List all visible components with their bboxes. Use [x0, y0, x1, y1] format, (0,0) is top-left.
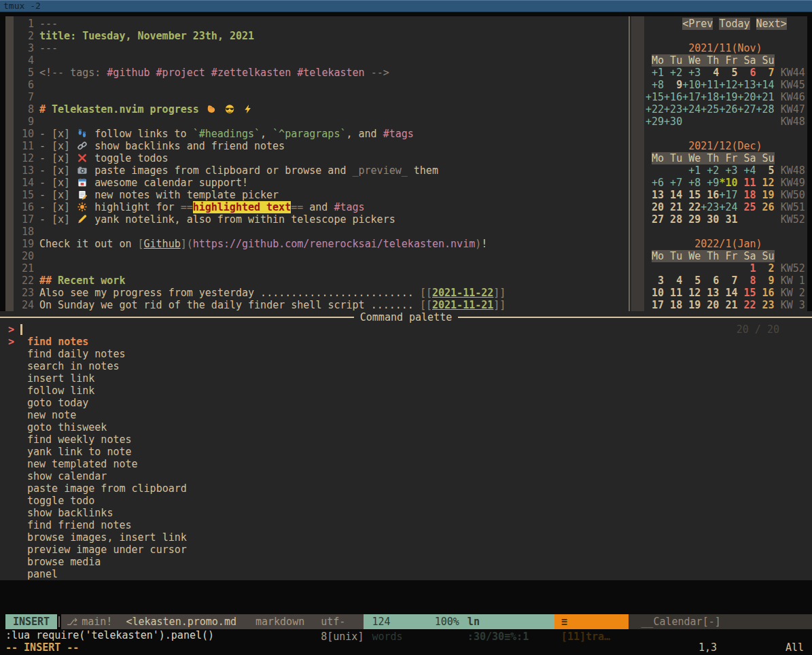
palette-selected-item[interactable]: > find notes	[0, 336, 812, 348]
calendar-day[interactable]: 11	[664, 287, 682, 299]
palette-item[interactable]: preview image under cursor	[0, 544, 812, 556]
palette-item[interactable]: browse images, insert link	[0, 531, 812, 544]
calendar-day[interactable]: +17	[682, 91, 701, 103]
editor-line[interactable]: 3---	[14, 42, 627, 54]
calendar-day[interactable]: +14	[756, 79, 775, 91]
calendar-day[interactable]: +1	[682, 164, 701, 177]
calendar-day[interactable]: 17	[646, 299, 664, 311]
calendar-day[interactable]: +16	[664, 91, 682, 103]
calendar-day[interactable]: +21	[756, 91, 775, 103]
editor-line[interactable]: 8# Telekasten.nvim progress	[14, 103, 627, 116]
editor-scrollbar[interactable]	[5, 16, 14, 311]
calendar-day[interactable]: 28	[664, 213, 682, 226]
palette-item[interactable]: goto thisweek	[0, 421, 812, 433]
calendar-day[interactable]: 21	[719, 299, 737, 311]
editor-line[interactable]: 24On Sunday we got rid of the daily find…	[14, 299, 627, 311]
editor-line[interactable]: 15- [x] new notes with template picker	[14, 189, 627, 201]
calendar-day[interactable]: +23	[701, 201, 719, 213]
calendar-day[interactable]: +30	[664, 116, 682, 128]
palette-item[interactable]: browse media	[0, 556, 812, 568]
editor-line[interactable]: 17- [x] yank notelink, also from within …	[14, 213, 627, 226]
calendar-day[interactable]: +10	[682, 79, 701, 91]
editor-line[interactable]: 21	[14, 262, 627, 275]
calendar-day[interactable]: 29	[682, 213, 701, 226]
palette-item[interactable]: insert link	[0, 372, 812, 385]
palette-item[interactable]: find friend notes	[0, 519, 812, 531]
editor-line[interactable]: 12- [x] toggle todos	[14, 152, 627, 164]
palette-item[interactable]: show calendar	[0, 470, 812, 482]
calendar-day-saturday[interactable]: 15	[737, 287, 756, 299]
calendar-day-sunday[interactable]: 12	[756, 177, 775, 189]
calendar-day[interactable]: 30	[701, 213, 719, 226]
calendar-day[interactable]: 16	[701, 189, 719, 201]
calendar-day[interactable]: +18	[701, 91, 719, 103]
calendar-day[interactable]: 3	[646, 275, 664, 287]
editor-line[interactable]: 22## Recent work	[14, 275, 627, 287]
calendar-day[interactable]: +7	[664, 177, 682, 189]
editor-line[interactable]: 5<!-- tags: #github #project #zettelkast…	[14, 67, 627, 79]
editor-line[interactable]: 9	[14, 116, 627, 128]
calendar-day[interactable]: 7	[719, 275, 737, 287]
tab-indicator[interactable]: ≡ [11]tra…	[554, 614, 629, 629]
editor-line[interactable]: 14- [x] awesome calendar support!	[14, 177, 627, 189]
calendar-day[interactable]: +23	[664, 103, 682, 116]
calendar-day[interactable]: 21	[664, 201, 682, 213]
calendar-day[interactable]: 19	[682, 299, 701, 311]
calendar-day[interactable]: +11	[701, 79, 719, 91]
calendar-day[interactable]: +24	[682, 103, 701, 116]
calendar-day[interactable]: +4	[737, 164, 756, 177]
calendar-day[interactable]: +20	[737, 91, 756, 103]
editor-buffer[interactable]: 1---2title: Tuesday, November 23th, 2021…	[14, 18, 627, 311]
calendar-day[interactable]: 5	[682, 275, 701, 287]
calendar-nav-button[interactable]: <Prev	[682, 18, 713, 30]
palette-item[interactable]: follow link	[0, 385, 812, 397]
palette-item[interactable]: show backlinks	[0, 507, 812, 519]
calendar-day[interactable]: +13	[737, 79, 756, 91]
palette-item[interactable]: find weekly notes	[0, 433, 812, 446]
calendar-day[interactable]: +2	[701, 164, 719, 177]
calendar-day[interactable]: 5	[756, 164, 775, 177]
calendar-day-saturday[interactable]: 6	[737, 67, 756, 79]
calendar-day-sunday[interactable]: 16	[756, 287, 775, 299]
editor-line[interactable]: 6	[14, 79, 627, 91]
calendar-day[interactable]: 14	[664, 189, 682, 201]
filename-label[interactable]: <lekasten.promo.md	[126, 614, 236, 629]
calendar-day[interactable]: +2	[664, 67, 682, 79]
calendar-day[interactable]: 13	[646, 189, 664, 201]
calendar-day[interactable]: 15	[682, 189, 701, 201]
editor-line[interactable]: 11- [x] show backlinks and friend notes	[14, 140, 627, 152]
calendar-day-sunday[interactable]: 7	[756, 67, 775, 79]
editor-line[interactable]: 2title: Tuesday, November 23th, 2021	[14, 30, 627, 42]
calendar-day[interactable]: 27	[646, 213, 664, 226]
editor-line[interactable]: 16- [x] highlight for ==highlighted text…	[14, 201, 627, 213]
window-split-separator[interactable]	[629, 16, 630, 311]
palette-item[interactable]: yank link to note	[0, 446, 812, 458]
calendar-day[interactable]: 4	[701, 67, 719, 79]
calendar-day[interactable]: +8	[682, 177, 701, 189]
calendar-day[interactable]: +17	[719, 189, 737, 201]
calendar-day[interactable]: +15	[646, 91, 664, 103]
calendar-day[interactable]: 4	[664, 275, 682, 287]
calendar-day[interactable]: 18	[664, 299, 682, 311]
calendar-day-saturday[interactable]: 8	[737, 275, 756, 287]
calendar-day[interactable]: 20	[701, 299, 719, 311]
palette-item[interactable]: goto today	[0, 397, 812, 409]
calendar-day-sunday[interactable]: 2	[756, 262, 775, 275]
calendar-day[interactable]: +24	[719, 201, 737, 213]
calendar-day[interactable]: +28	[756, 103, 775, 116]
calendar-window-label[interactable]: __Calendar[-]	[629, 614, 812, 629]
editor-line[interactable]: 7	[14, 91, 627, 103]
calendar-day[interactable]: +3	[719, 164, 737, 177]
calendar-day[interactable]: 14	[719, 287, 737, 299]
calendar-day-sunday[interactable]: 26	[756, 201, 775, 213]
calendar-day[interactable]: 31	[719, 213, 737, 226]
calendar-day[interactable]: 22	[682, 201, 701, 213]
editor-line[interactable]: 19Check it out on [Github](https://githu…	[14, 238, 627, 250]
calendar-nav-button[interactable]: Next>	[756, 18, 787, 30]
palette-item[interactable]: panel	[0, 568, 812, 580]
editor-line[interactable]: 1---	[14, 18, 627, 30]
calendar-day[interactable]: +3	[682, 67, 701, 79]
editor-line[interactable]: 20	[14, 250, 627, 262]
calendar-scrollbar[interactable]	[631, 16, 644, 311]
calendar-day[interactable]: +29	[646, 116, 664, 128]
